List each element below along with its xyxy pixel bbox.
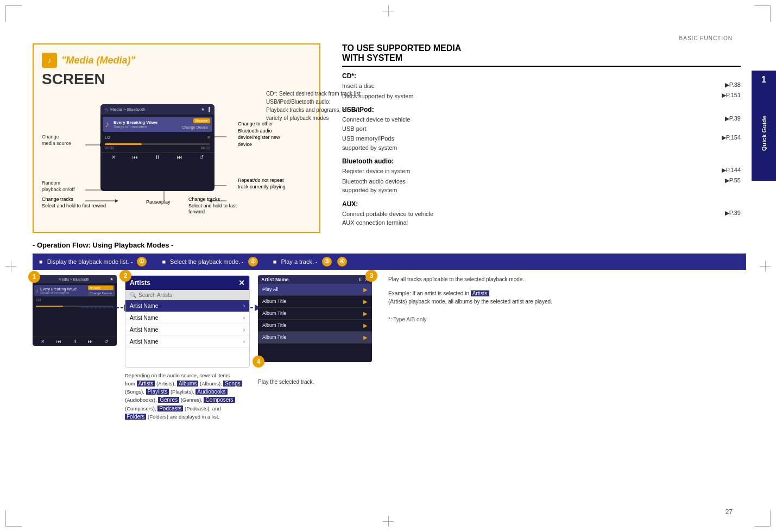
mini-track-list: ♪ Every Breaking Wave Songs of Innocence… (33, 283, 117, 305)
panel-4-text: Play all tracks applicable to the select… (388, 275, 746, 284)
mini-next: ⏭ (88, 339, 93, 344)
audiobooks-highlight: Audiobooks (195, 389, 227, 395)
step-badge-1: 1 (28, 271, 40, 283)
bt-item-2-ref: ▶P.55 (725, 177, 741, 184)
artists-search-bar: 🔍 Search Artists (125, 290, 249, 300)
folders-highlight: Folders (125, 414, 146, 420)
crosshair-top (383, 5, 394, 16)
label-change-tracks-left: Change tracksSelect and hold to fast rew… (42, 197, 121, 209)
cd-label: CD*: (342, 72, 741, 80)
aux-label: AUX: (342, 200, 741, 208)
step-icon-2: ■ (162, 258, 166, 265)
panel-1-wrapper: 1 ⌂ Media > Bluetooth ★ ♪ Every Breaking… (33, 275, 117, 421)
screen-controls-row: ✕ ⏮ ⏸ ⏭ ↺ (100, 152, 214, 162)
mini-progress-area (33, 305, 117, 308)
search-icon: 🔍 (130, 292, 136, 298)
cd-desc: CD*: Select desired track from track lis… (266, 90, 369, 98)
prev-icon: ⏮ (133, 154, 138, 160)
bt-label: Bluetooth audio: (342, 157, 741, 165)
random-text: Randomplayback on/off (42, 180, 74, 192)
bt-section: Bluetooth audio: Register device in syst… (342, 157, 741, 195)
artist-name-screen: Artist Name ⏸ ✕ Play All ▶ Album Title (258, 275, 372, 362)
example-desc-1: Example: If an artist is selected in (388, 290, 471, 296)
close-icon[interactable]: ✕ (238, 278, 245, 287)
example-text: Example: If an artist is selected in Art… (388, 289, 746, 306)
data-ul-icon: ≡ (207, 135, 210, 140)
aux-row-1: Connect portable device to vehicleAUX co… (342, 210, 741, 227)
artists-highlight-example: Artists (471, 290, 489, 296)
artist-item-4-text: Artist Name (130, 339, 158, 345)
artist-row: U2 ≡ (100, 134, 214, 141)
top-section: ♪ "Media (Media)" SCREEN (33, 43, 746, 233)
change-device-btn[interactable]: Change Device (180, 124, 210, 130)
track-info: Every Breaking Wave Songs of Innocence (113, 120, 178, 129)
composers-highlight: Composers (204, 397, 235, 403)
playlists-highlight: Playlists (146, 389, 169, 395)
mini-repeat: ↺ (104, 339, 109, 344)
artist-item-1[interactable]: Artist Name › (125, 300, 249, 312)
bt-item-1-text: Register device in system (342, 167, 410, 176)
playback-desc: Playback tracks and programs, etc. in a … (266, 106, 369, 122)
an-album-item-2[interactable]: Album Title ▶ (258, 308, 372, 320)
mini-progress-bar (36, 306, 113, 307)
page-header: BASIC FUNCTION (679, 35, 733, 41)
usb-row-2: USB memory/iPodssupported by system ▶P.1… (342, 134, 741, 152)
podcasts-highlight: Podcasts (157, 406, 183, 411)
device-screen: ⌂ Media > Bluetooth ★ ▐ ♪ Every Breaking… (100, 104, 214, 191)
progress-bar (105, 143, 210, 145)
mini-track-info: Every Breaking Wave Songs of Innocence (40, 287, 77, 294)
p2-folders-parens: (Folders) are displayed in a list. (148, 414, 219, 420)
media-desc-block: CD*: Select desired track from track lis… (266, 90, 369, 122)
reg-mark-tl (5, 5, 22, 22)
browse-btn[interactable]: Browse (193, 118, 210, 123)
main-content: ♪ "Media (Media)" SCREEN (33, 43, 746, 510)
panel-2-wrapper: 2 Artists ✕ 🔍 Search Artists Artist Name… (125, 275, 250, 421)
cd-item-2-ref: ▶P.151 (722, 92, 741, 99)
pause-text: Pause/play (146, 199, 171, 205)
aux-item-text: Connect portable device to vehicleAUX co… (342, 210, 433, 227)
reg-mark-br (754, 510, 771, 527)
track-name: Every Breaking Wave (113, 120, 178, 125)
step2-num: ② (248, 257, 258, 267)
artist-item-3-text: Artist Name (130, 327, 158, 333)
an-album-item-1[interactable]: Album Title ▶ (258, 296, 372, 308)
an-play-all-item[interactable]: Play All ▶ (258, 284, 372, 296)
an-album-3-arrow: ▶ (363, 322, 368, 328)
an-album-item-4[interactable]: Album Title ▶ (258, 332, 372, 344)
crosshair-right (760, 261, 771, 271)
usb-section: USB/iPod: Connect device to vehicleUSB p… (342, 106, 741, 152)
an-play-all-text: Play All (262, 287, 279, 292)
artist-item-4[interactable]: Artist Name › (125, 336, 249, 348)
progress-time: 00:32 04:12 (105, 146, 210, 150)
mini-screen-header: ⌂ Media > Bluetooth ★ (33, 275, 117, 283)
label-pause: Pause/play (146, 199, 171, 206)
home-icon: ⌂ (105, 106, 108, 112)
artists-highlight-1: Artists (137, 381, 155, 387)
cd-row-2: Discs supported by system ▶P.151 (342, 92, 741, 101)
to-use-title-line2: WITH SYSTEM (342, 53, 402, 62)
example-desc-2: (Artists) playback mode, all albums by t… (388, 299, 552, 305)
repeat-icon: ↺ (199, 154, 204, 160)
step-bar: ■ Display the playback mode list. - ① ■ … (33, 254, 746, 270)
search-artists-placeholder: Search Artists (138, 292, 172, 298)
play-selected-label: Play the selected track. (258, 379, 314, 385)
artist-item-4-arrow: › (243, 339, 245, 345)
screen-track-item-active: ♪ Every Breaking Wave Songs of Innocence… (103, 117, 212, 132)
step2-text: Select the playback mode. - (170, 258, 244, 265)
media-title-row: ♪ "Media (Media)" (42, 53, 311, 68)
play-selected-text: Play the selected track. (258, 378, 372, 386)
crosshair-bottom (383, 516, 394, 527)
bt-item-2-text: Bluetooth audio devicessupported by syst… (342, 177, 406, 195)
artist-item-2[interactable]: Artist Name › (125, 312, 249, 324)
songs-highlight: Songs (223, 381, 242, 387)
page-number: 27 (725, 508, 733, 516)
shuffle-icon: ✕ (111, 154, 116, 160)
mini-browse: Browse Change Device (88, 286, 113, 296)
artist-item-2-text: Artist Name (130, 315, 158, 321)
step-badge-2: 2 (119, 270, 131, 282)
an-album-1-text: Album Title (262, 299, 287, 304)
change-tracks-left-text: Change tracksSelect and hold to fast rew… (42, 197, 106, 208)
cd-item-1-ref: ▶P.38 (725, 81, 741, 88)
an-album-item-3[interactable]: Album Title ▶ (258, 320, 372, 332)
artist-item-3[interactable]: Artist Name › (125, 324, 249, 336)
